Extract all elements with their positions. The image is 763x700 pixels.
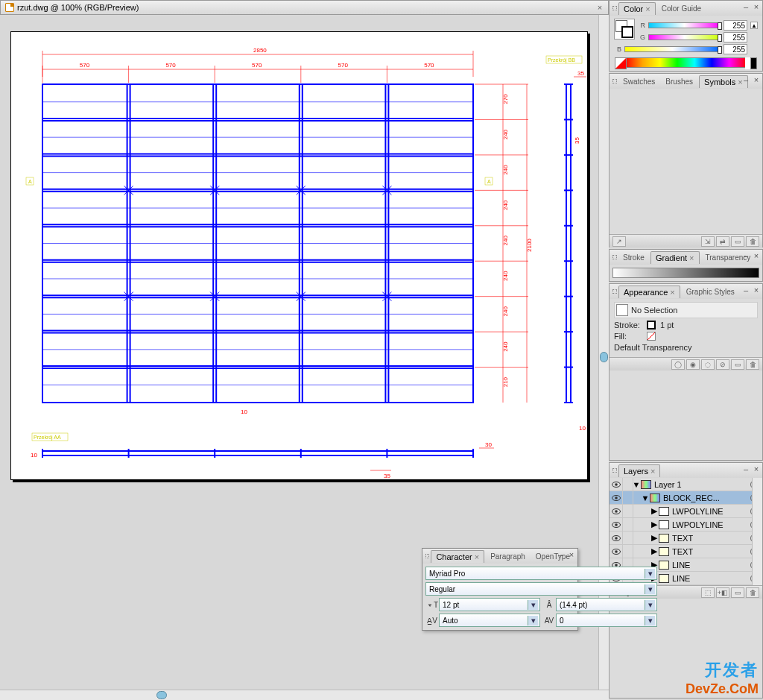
color-value-b[interactable] <box>724 44 747 54</box>
layer-name[interactable]: BLOCK_REC... <box>663 494 747 502</box>
delete-symbol-button[interactable]: 🗑 <box>746 236 759 247</box>
layer-name[interactable]: LWPOLYLINE <box>672 520 747 529</box>
stroke-swatch[interactable] <box>621 26 633 38</box>
close-icon[interactable]: × <box>752 251 761 260</box>
lock-toggle[interactable] <box>623 545 633 558</box>
scroll-thumb[interactable] <box>600 352 608 362</box>
gradient-slider[interactable] <box>612 268 759 278</box>
layer-row[interactable]: ▶ TEXT <box>610 545 762 558</box>
grip-icon[interactable] <box>425 554 429 558</box>
close-icon[interactable]: × <box>752 286 761 294</box>
color-value-g[interactable] <box>724 32 747 42</box>
layer-name[interactable]: TEXT <box>672 547 747 556</box>
font-family-select[interactable]: ▾ <box>425 567 657 580</box>
disclosure-triangle-icon[interactable]: ▼ <box>633 482 639 488</box>
lock-toggle[interactable] <box>623 532 633 545</box>
duplicate-button[interactable]: ▭ <box>731 359 744 370</box>
new-stroke-button[interactable]: ◉ <box>686 359 700 370</box>
lock-toggle[interactable] <box>623 518 633 532</box>
leading-select[interactable]: ▾ <box>556 598 657 611</box>
fill-stroke-preview[interactable] <box>614 19 635 40</box>
minimize-icon[interactable]: – <box>741 251 750 260</box>
layer-color-swatch[interactable] <box>650 494 660 502</box>
tab-appearance[interactable]: Appearance× <box>618 286 680 298</box>
layer-row[interactable]: ▶ LWPOLYLINE <box>610 518 762 532</box>
character-panel[interactable]: Character× Paragraph OpenType – × ▾ ▾ ᠇T… <box>422 548 578 631</box>
layer-row[interactable]: ▶ TEXT <box>610 532 762 545</box>
appearance-transparency-row[interactable]: Default Transparency <box>614 343 758 352</box>
tab-graphic-styles[interactable]: Graphic Styles <box>682 286 739 297</box>
close-icon[interactable]: × <box>752 464 761 473</box>
close-icon[interactable]: × <box>752 2 761 11</box>
visibility-toggle[interactable] <box>610 545 623 558</box>
visibility-toggle[interactable] <box>610 532 623 545</box>
tab-symbols[interactable]: Symbols× <box>699 75 748 88</box>
layer-color-swatch[interactable] <box>659 574 669 583</box>
disclosure-triangle-icon[interactable]: ▼ <box>642 495 648 501</box>
document-tab[interactable]: rzut.dwg @ 100% (RGB/Preview) × <box>0 0 609 15</box>
fill-swatch-icon[interactable] <box>647 332 656 341</box>
lock-toggle[interactable] <box>623 491 633 505</box>
out-of-gamut-icon[interactable]: ▲ <box>750 22 758 29</box>
layer-row[interactable]: ▶ LWPOLYLINE <box>610 505 762 518</box>
make-clipping-button[interactable]: ⬚ <box>701 587 715 598</box>
layer-row[interactable]: ▼ BLOCK_REC... <box>610 491 762 505</box>
tab-character[interactable]: Character× <box>431 550 484 563</box>
color-slider-g[interactable] <box>648 34 721 40</box>
minimize-icon[interactable]: – <box>741 2 750 11</box>
minimize-icon[interactable]: – <box>741 464 750 473</box>
font-style-select[interactable]: ▾ <box>425 582 657 596</box>
layer-name[interactable]: LINE <box>672 561 747 570</box>
color-spectrum[interactable] <box>624 57 747 68</box>
minimize-icon[interactable]: – <box>741 75 750 84</box>
horizontal-scrollbar[interactable] <box>0 690 609 700</box>
minimize-icon[interactable]: – <box>557 550 566 559</box>
scroll-thumb[interactable] <box>156 691 167 699</box>
visibility-toggle[interactable] <box>610 478 623 491</box>
tab-gradient[interactable]: Gradient× <box>650 251 700 264</box>
grip-icon[interactable] <box>612 6 617 10</box>
layer-name[interactable]: Layer 1 <box>654 480 747 489</box>
layer-row[interactable]: ▼ Layer 1 <box>610 478 762 491</box>
tracking-select[interactable]: ▾ <box>556 614 657 627</box>
tab-brushes[interactable]: Brushes <box>661 76 697 87</box>
tab-paragraph[interactable]: Paragraph <box>486 551 530 562</box>
delete-button[interactable]: 🗑 <box>746 359 759 370</box>
tab-stroke[interactable]: Stroke <box>618 252 649 263</box>
new-layer-button[interactable]: ▭ <box>731 587 744 598</box>
symbol-options-button[interactable]: ⇄ <box>716 236 729 247</box>
font-size-select[interactable]: ▾ <box>439 598 540 611</box>
disclosure-triangle-icon[interactable]: ▶ <box>651 549 657 555</box>
color-slider-r[interactable] <box>648 22 721 28</box>
visibility-toggle[interactable] <box>610 491 623 505</box>
tab-color-guide[interactable]: Color Guide <box>657 3 706 14</box>
minimize-icon[interactable]: – <box>741 286 750 294</box>
close-icon[interactable]: × <box>567 550 576 559</box>
break-link-button[interactable]: ⇲ <box>701 236 715 247</box>
grip-icon[interactable] <box>612 255 617 259</box>
layer-color-swatch[interactable] <box>659 507 669 516</box>
layers-scrollbar[interactable] <box>752 478 762 585</box>
layer-color-swatch[interactable] <box>659 561 669 570</box>
symbols-empty-area[interactable] <box>610 89 762 234</box>
layer-name[interactable]: LINE <box>672 574 747 583</box>
new-fill-button[interactable]: ◯ <box>671 359 685 370</box>
delete-layer-button[interactable]: 🗑 <box>746 587 759 598</box>
layer-name[interactable]: TEXT <box>672 534 747 543</box>
kerning-select[interactable]: ▾ <box>439 614 540 627</box>
disclosure-triangle-icon[interactable]: ▶ <box>651 535 657 541</box>
close-icon[interactable]: × <box>752 75 761 84</box>
color-value-r[interactable] <box>724 20 747 31</box>
visibility-toggle[interactable] <box>610 518 623 532</box>
visibility-toggle[interactable] <box>610 505 623 518</box>
layer-color-swatch[interactable] <box>659 520 669 529</box>
tab-swatches[interactable]: Swatches <box>618 76 659 87</box>
tab-color[interactable]: Color× <box>618 2 656 15</box>
place-symbol-button[interactable]: ↗ <box>612 236 626 247</box>
grip-icon[interactable] <box>612 79 617 83</box>
tab-layers[interactable]: Layers× <box>618 464 660 477</box>
appearance-stroke-row[interactable]: Stroke: 1 pt <box>614 321 758 329</box>
grip-icon[interactable] <box>612 468 617 473</box>
layer-color-swatch[interactable] <box>641 480 651 489</box>
grip-icon[interactable] <box>612 289 617 294</box>
